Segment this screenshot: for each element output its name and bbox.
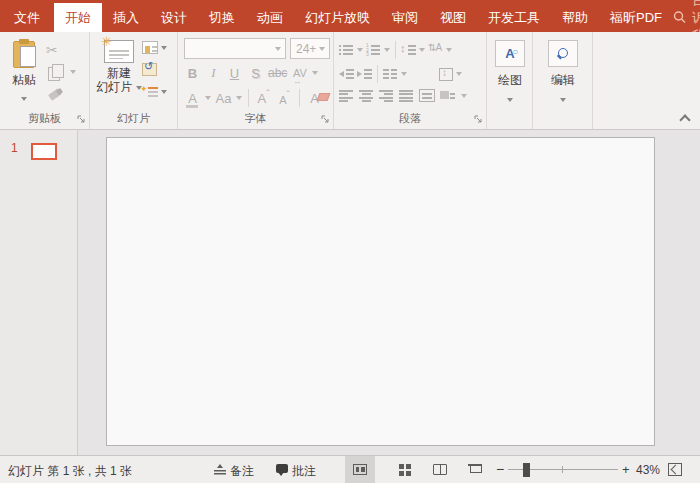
bullets-button[interactable] [339,45,354,55]
strikethrough-button[interactable]: abc [268,66,287,80]
underline-button[interactable]: U [226,66,243,81]
align-text-dropdown-arrow[interactable] [456,72,462,76]
new-slide-button[interactable]: 新建 幻灯片 [94,39,144,115]
slide-thumbnail[interactable] [31,143,57,160]
decrease-indent-button[interactable] [339,69,354,79]
align-center-button[interactable] [359,90,374,102]
slide-number: 1 [11,141,18,155]
fit-slide-to-window-button[interactable] [668,463,682,476]
line-spacing-button[interactable] [401,45,416,55]
editing-label: 编辑 [533,72,593,89]
zoom-in-button[interactable]: + [622,462,630,477]
line-spacing-dropdown-arrow[interactable] [419,48,425,52]
clipboard-dialog-launcher-icon[interactable] [77,115,86,124]
font-color-button[interactable]: A [184,91,201,106]
tab-design[interactable]: 设计 [150,3,198,32]
slide-sorter-view-button[interactable] [390,456,420,483]
slide-sorter-icon [399,464,411,476]
paste-dropdown-arrow[interactable] [21,97,27,101]
font-dialog-launcher-icon[interactable] [321,115,330,124]
align-text-button[interactable] [439,68,453,81]
editing-button[interactable]: 编辑 [533,40,593,103]
slide-show-button[interactable] [460,456,490,483]
font-color-dropdown-arrow[interactable] [205,96,211,100]
convert-to-smartart-button[interactable] [440,90,456,102]
paragraph-dialog-launcher-icon[interactable] [474,115,483,124]
font-name-dropdown-arrow[interactable] [275,47,281,51]
align-left-button[interactable] [339,90,354,102]
notes-toggle[interactable]: 备注 [230,463,254,480]
zoom-out-button[interactable]: − [496,461,504,477]
character-spacing-dropdown-arrow[interactable] [312,71,318,75]
copy-button[interactable] [48,64,66,80]
smartart-dropdown-arrow[interactable] [461,94,467,98]
tab-view[interactable]: 视图 [429,3,477,32]
change-case-button[interactable]: Aa [215,91,232,106]
slides-group-label: 幻灯片 [90,111,177,126]
new-slide-label-line2: 幻灯片 [96,80,132,94]
comments-toggle[interactable]: 批注 [292,463,316,480]
clear-formatting-button[interactable]: A [306,91,323,106]
distribute-text-button[interactable] [419,89,435,102]
font-name-combobox[interactable] [184,38,286,59]
tab-transitions[interactable]: 切换 [198,3,246,32]
character-spacing-button[interactable]: AV [291,67,308,79]
justify-button[interactable] [399,90,414,102]
decrease-font-size-button[interactable]: A [276,90,293,106]
editing-dropdown-arrow[interactable] [560,98,566,102]
section-button[interactable] [142,84,176,102]
drawing-dropdown-arrow[interactable] [507,98,513,102]
search-icon [673,11,686,24]
align-right-button[interactable] [379,90,394,102]
increase-indent-button[interactable] [357,69,372,79]
text-shadow-button[interactable]: S [247,66,264,81]
tab-file[interactable]: 文件 [0,3,54,32]
font-size-dropdown-arrow[interactable] [319,47,325,51]
layout-button[interactable] [142,40,176,58]
drawing-button[interactable]: A 绘图 [487,40,533,103]
numbering-dropdown-arrow[interactable] [384,48,390,52]
italic-button[interactable]: I [205,65,222,81]
tab-developer[interactable]: 开发工具 [477,3,551,32]
tell-me-button[interactable]: 告诉我 [673,3,700,32]
zoom-level[interactable]: 43% [636,463,660,477]
change-case-dropdown-arrow[interactable] [236,96,242,100]
ribbon: 粘贴 ✂ 剪贴板 新建 幻灯片 幻灯片 [0,32,700,130]
columns-dropdown-arrow[interactable] [401,72,407,76]
increase-font-size-button[interactable]: A [255,89,272,106]
clipboard-group: 粘贴 ✂ 剪贴板 [0,32,90,129]
slides-group: 新建 幻灯片 幻灯片 [90,32,178,129]
normal-view-button[interactable] [345,456,375,483]
copy-dropdown-arrow[interactable] [70,70,76,74]
comments-icon [276,464,288,473]
font-size-value: 24+ [296,42,316,56]
font-size-combobox[interactable]: 24+ [290,38,330,59]
reset-slide-button[interactable] [142,62,176,80]
slide-thumbnail-panel[interactable]: 1 [0,130,78,455]
tab-animations[interactable]: 动画 [246,3,294,32]
tab-insert[interactable]: 插入 [102,3,150,32]
columns-button[interactable] [383,69,398,79]
zoom-slider-handle[interactable] [523,463,530,477]
cut-button[interactable]: ✂ [46,42,64,58]
bullets-dropdown-arrow[interactable] [357,48,363,52]
font-group-label: 字体 [178,111,333,126]
numbering-button[interactable] [366,45,381,55]
tab-home[interactable]: 开始 [54,3,102,32]
format-painter-button[interactable] [47,89,65,105]
slide-canvas[interactable] [106,137,655,446]
bold-button[interactable]: B [184,66,201,81]
tab-review[interactable]: 审阅 [381,3,429,32]
tab-help[interactable]: 帮助 [551,3,599,32]
editing-group: 编辑 [533,32,593,129]
reading-view-button[interactable] [425,456,455,483]
text-direction-dropdown-arrow[interactable] [446,48,452,52]
paste-button[interactable]: 粘贴 [6,39,42,113]
collapse-ribbon-icon[interactable] [680,113,688,121]
notes-icon [214,464,227,475]
tab-foxit-pdf[interactable]: 福昕PDF [599,3,673,32]
tab-slideshow[interactable]: 幻灯片放映 [294,3,381,32]
clipboard-group-label: 剪贴板 [0,111,89,126]
text-direction-button[interactable] [428,44,443,56]
paragraph-group-label: 段落 [334,111,486,126]
